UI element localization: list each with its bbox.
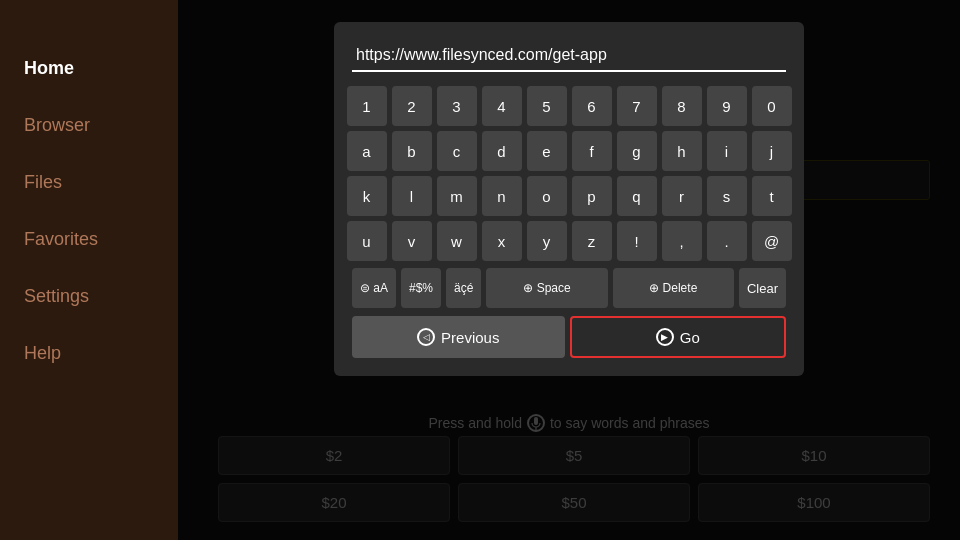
go-icon: ▶ [656, 328, 674, 346]
key-at[interactable]: @ [752, 221, 792, 261]
previous-button[interactable]: ◁ Previous [352, 316, 565, 358]
url-keyboard-dialog: 1 2 3 4 5 6 7 8 9 0 a b c d e f g h [334, 22, 804, 376]
key-k[interactable]: k [347, 176, 387, 216]
key-v[interactable]: v [392, 221, 432, 261]
key-z[interactable]: z [572, 221, 612, 261]
key-i[interactable]: i [707, 131, 747, 171]
key-delete[interactable]: ⊕ Delete [613, 268, 734, 308]
key-period[interactable]: . [707, 221, 747, 261]
keyboard-row-uz: u v w x y z ! , . @ [352, 221, 786, 261]
key-clear[interactable]: Clear [739, 268, 786, 308]
key-s[interactable]: s [707, 176, 747, 216]
key-u[interactable]: u [347, 221, 387, 261]
key-q[interactable]: q [617, 176, 657, 216]
sidebar: Home Browser Files Favorites Settings He… [0, 0, 178, 540]
key-comma[interactable]: , [662, 221, 702, 261]
keyboard-nav-row: ◁ Previous ▶ Go [352, 316, 786, 358]
key-6[interactable]: 6 [572, 86, 612, 126]
key-r[interactable]: r [662, 176, 702, 216]
key-y[interactable]: y [527, 221, 567, 261]
key-n[interactable]: n [482, 176, 522, 216]
key-1[interactable]: 1 [347, 86, 387, 126]
key-accents[interactable]: äçé [446, 268, 481, 308]
sidebar-item-favorites[interactable]: Favorites [0, 211, 178, 268]
key-w[interactable]: w [437, 221, 477, 261]
key-case-toggle[interactable]: ⊜ aA [352, 268, 396, 308]
key-8[interactable]: 8 [662, 86, 702, 126]
key-m[interactable]: m [437, 176, 477, 216]
key-e[interactable]: e [527, 131, 567, 171]
sidebar-item-home[interactable]: Home [0, 40, 178, 97]
sidebar-item-help[interactable]: Help [0, 325, 178, 382]
key-h[interactable]: h [662, 131, 702, 171]
key-d[interactable]: d [482, 131, 522, 171]
key-a[interactable]: a [347, 131, 387, 171]
key-0[interactable]: 0 [752, 86, 792, 126]
key-c[interactable]: c [437, 131, 477, 171]
url-input[interactable] [352, 40, 786, 72]
key-3[interactable]: 3 [437, 86, 477, 126]
key-9[interactable]: 9 [707, 86, 747, 126]
key-exclaim[interactable]: ! [617, 221, 657, 261]
sidebar-item-browser[interactable]: Browser [0, 97, 178, 154]
keyboard: 1 2 3 4 5 6 7 8 9 0 a b c d e f g h [352, 86, 786, 308]
keyboard-row-numbers: 1 2 3 4 5 6 7 8 9 0 [352, 86, 786, 126]
keyboard-special-row: ⊜ aA #$% äçé ⊕ Space ⊕ Delete Clear [352, 268, 786, 308]
key-4[interactable]: 4 [482, 86, 522, 126]
key-5[interactable]: 5 [527, 86, 567, 126]
key-g[interactable]: g [617, 131, 657, 171]
keyboard-row-aj: a b c d e f g h i j [352, 131, 786, 171]
sidebar-item-settings[interactable]: Settings [0, 268, 178, 325]
key-j[interactable]: j [752, 131, 792, 171]
go-button[interactable]: ▶ Go [570, 316, 787, 358]
key-space[interactable]: ⊕ Space [486, 268, 607, 308]
key-f[interactable]: f [572, 131, 612, 171]
keyboard-row-kt: k l m n o p q r s t [352, 176, 786, 216]
key-b[interactable]: b [392, 131, 432, 171]
previous-icon: ◁ [417, 328, 435, 346]
key-2[interactable]: 2 [392, 86, 432, 126]
key-7[interactable]: 7 [617, 86, 657, 126]
dialog-overlay: 1 2 3 4 5 6 7 8 9 0 a b c d e f g h [178, 0, 960, 540]
key-t[interactable]: t [752, 176, 792, 216]
sidebar-item-files[interactable]: Files [0, 154, 178, 211]
key-p[interactable]: p [572, 176, 612, 216]
key-x[interactable]: x [482, 221, 522, 261]
key-l[interactable]: l [392, 176, 432, 216]
key-symbols[interactable]: #$% [401, 268, 441, 308]
key-o[interactable]: o [527, 176, 567, 216]
